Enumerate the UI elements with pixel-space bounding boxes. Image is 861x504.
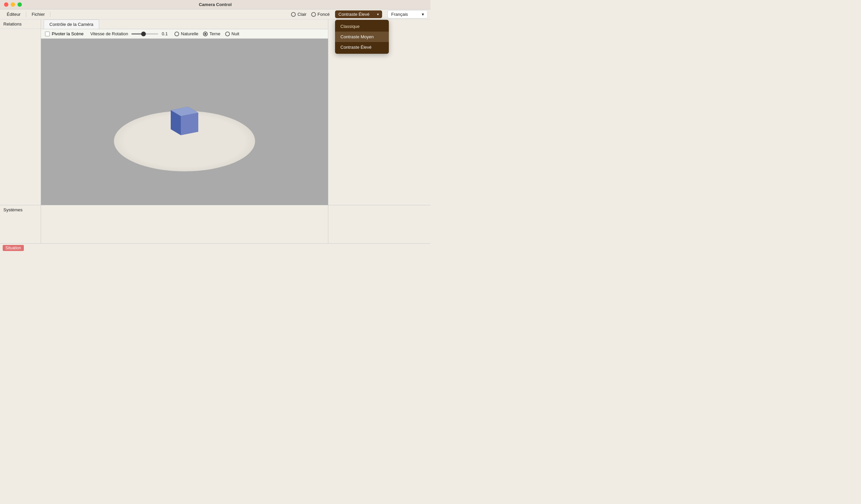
close-button[interactable] (4, 2, 9, 7)
status-badge: Situation (3, 245, 24, 251)
theme-clair-label: Clair (297, 12, 306, 17)
pivoter-label: Pivoter la Scène (52, 31, 84, 36)
menu-fichier[interactable]: Fichier (28, 10, 49, 18)
menu-separator-1 (26, 12, 26, 17)
menubar-right-controls: Clair Foncé Contraste Élevé ▾ Classique … (291, 10, 428, 18)
rotation-speed-slider[interactable] (132, 33, 158, 35)
center-area: Contrôle de la Caméra Pivoter la Scène V… (41, 19, 328, 205)
chevron-down-icon: ▾ (377, 12, 379, 16)
rotation-speed-value: 0.1 (162, 31, 168, 36)
language-chevron-icon: ▾ (422, 12, 424, 17)
mode-terne-radio[interactable] (203, 31, 208, 36)
cube-face-front (181, 113, 198, 135)
menu-editeur[interactable]: Éditeur (3, 10, 25, 18)
window-title: Camera Control (199, 2, 232, 7)
contrast-dropdown-wrapper: Contraste Élevé ▾ Classique Contraste Mo… (335, 10, 382, 18)
titlebar: Camera Control (0, 0, 430, 10)
contrast-classique-item[interactable]: Classique (335, 21, 389, 31)
pivoter-checkbox-group: Pivoter la Scène (45, 31, 84, 36)
theme-fonce-label: Foncé (318, 12, 330, 17)
mode-terne-option[interactable]: Terne (203, 31, 220, 36)
slider-thumb[interactable] (141, 31, 146, 36)
relations-header: Relations (0, 19, 41, 29)
theme-clair-option[interactable]: Clair (291, 12, 306, 17)
tab-camera-control[interactable]: Contrôle de la Caméra (44, 19, 99, 29)
contrast-moyen-item[interactable]: Contraste Moyen (335, 31, 389, 42)
theme-fonce-option[interactable]: Foncé (311, 12, 330, 17)
language-dropdown-label: Français (391, 12, 408, 17)
menu-separator-2 (50, 12, 51, 17)
mode-naturelle-option[interactable]: Naturelle (174, 31, 198, 36)
main-layout: Relations Contrôle de la Caméra Pivoter … (0, 19, 430, 252)
theme-radio-group: Clair Foncé (291, 12, 330, 17)
statusbar: Situation (0, 243, 430, 252)
titlebar-buttons (4, 2, 22, 7)
menubar: Éditeur Fichier Clair Foncé Contraste Él… (0, 10, 430, 19)
minimize-button[interactable] (11, 2, 15, 7)
theme-clair-radio[interactable] (291, 12, 296, 17)
contrast-dropdown-button[interactable]: Contraste Élevé ▾ (335, 10, 382, 18)
mode-terne-label: Terne (209, 31, 220, 36)
mode-nuit-option[interactable]: Nuit (225, 31, 239, 36)
mode-naturelle-label: Naturelle (181, 31, 198, 36)
rotation-speed-label: Vitesse de Rotation (91, 31, 128, 36)
rotation-speed-group: Vitesse de Rotation 0.1 (91, 31, 168, 36)
systemes-header: Systèmes (0, 205, 41, 214)
cube (176, 110, 193, 132)
tab-bar: Contrôle de la Caméra (41, 19, 328, 29)
mode-naturelle-radio[interactable] (174, 31, 179, 36)
lighting-mode-group: Naturelle Terne Nuit (174, 31, 239, 36)
pivoter-checkbox[interactable] (45, 31, 50, 36)
theme-fonce-radio[interactable] (311, 12, 316, 17)
3d-cube-container (174, 111, 195, 131)
3d-viewport[interactable] (41, 39, 328, 205)
contrast-eleve-item[interactable]: Contraste Élevé (335, 42, 389, 52)
contrast-dropdown-label: Contraste Élevé (338, 12, 370, 17)
contrast-dropdown-menu: Classique Contraste Moyen Contraste Élev… (335, 20, 389, 54)
maximize-button[interactable] (17, 2, 22, 7)
mode-nuit-radio[interactable] (225, 31, 230, 36)
left-panel: Relations (0, 19, 41, 205)
toolbar: Pivoter la Scène Vitesse de Rotation 0.1… (41, 29, 328, 39)
language-dropdown-button[interactable]: Français ▾ (387, 10, 428, 18)
mode-nuit-label: Nuit (232, 31, 239, 36)
